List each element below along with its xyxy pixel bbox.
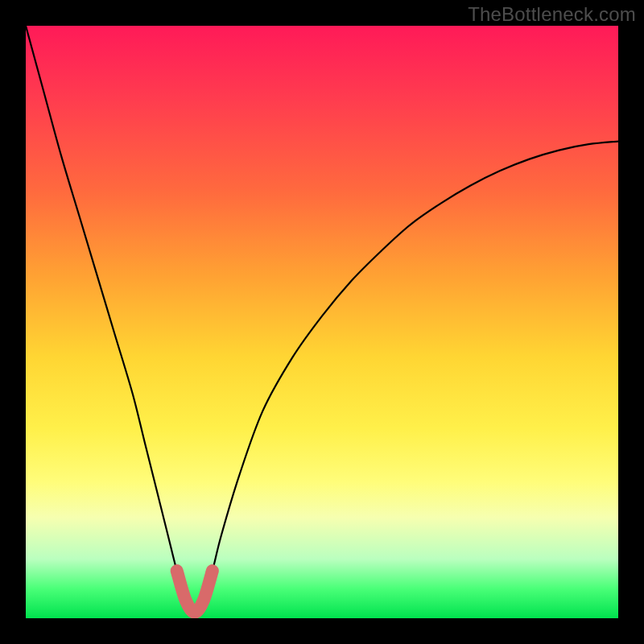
plot-area — [26, 26, 618, 618]
valley-marker — [177, 571, 213, 613]
chart-frame: TheBottleneck.com — [0, 0, 644, 644]
watermark-text: TheBottleneck.com — [468, 3, 636, 26]
bottleneck-curve — [26, 26, 618, 613]
curve-svg — [26, 26, 618, 618]
